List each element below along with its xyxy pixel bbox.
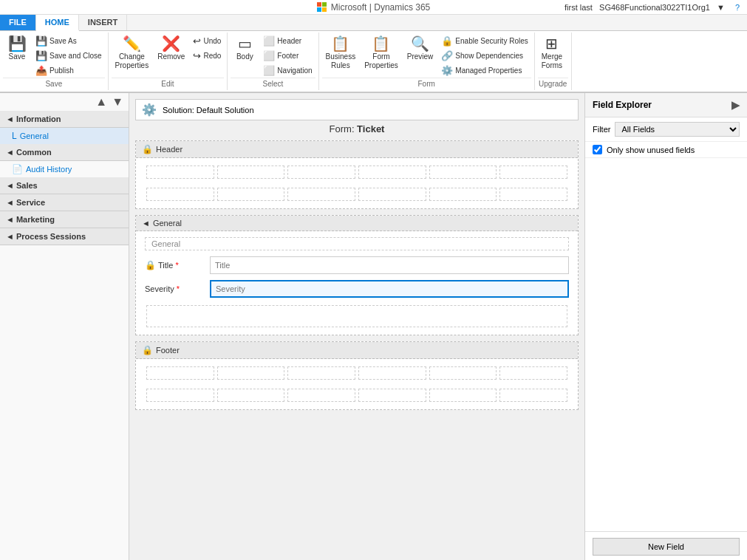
- managed-props-button[interactable]: ⚙️ Managed Properties: [438, 64, 531, 78]
- fe-filter: Filter All Fields Custom Fields System F…: [585, 117, 747, 142]
- top-bar: Microsoft | Dynamics 365 first last SG46…: [0, 0, 747, 15]
- sidebar-section-common[interactable]: ◄ Common: [0, 144, 129, 161]
- redo-icon: ↪: [193, 50, 201, 61]
- select-sub-col: ⬜ Header ⬜ Footer ⬜ Navigation: [260, 34, 315, 78]
- title-input[interactable]: [210, 256, 569, 274]
- solution-icon: ⚙️: [142, 103, 157, 117]
- preview-icon: 🔍: [411, 36, 429, 51]
- tab-file[interactable]: FILE: [0, 15, 36, 30]
- general-icon: L: [12, 131, 17, 141]
- general-empty-row-1: [139, 301, 575, 332]
- field-row-title: 🔒 Title *: [139, 253, 575, 277]
- navigation-label: Navigation: [277, 66, 312, 75]
- user-options-icon[interactable]: ▼: [717, 3, 725, 12]
- remove-button[interactable]: ❌ Remove: [154, 34, 188, 64]
- fe-only-unused-label: Only show unused fields: [607, 146, 695, 154]
- footer-cell-5: [429, 366, 497, 380]
- footer-cell-2: [217, 366, 285, 380]
- header-section-body: [136, 158, 578, 208]
- tab-home[interactable]: HOME: [36, 15, 79, 31]
- field-row-severity: Severity *: [139, 277, 575, 301]
- publish-button[interactable]: 📤 Publish: [33, 64, 105, 78]
- form-name: Ticket: [357, 123, 384, 134]
- change-properties-button[interactable]: ✏️ ChangeProperties: [112, 34, 153, 72]
- severity-input[interactable]: [210, 280, 569, 298]
- save-group-items: 💾 Save 💾 Save As 💾 Save and Close 📤 Publ…: [3, 34, 105, 78]
- form-title: Form: Ticket: [135, 123, 579, 134]
- save-close-icon: 💾: [35, 50, 47, 61]
- sidebar-collapse-btn[interactable]: ▲: [93, 95, 109, 109]
- redo-button[interactable]: ↪ Redo: [190, 49, 224, 63]
- select-group-items: ▭ Body ⬜ Header ⬜ Footer ⬜ Navigation: [231, 34, 315, 78]
- navigation-button[interactable]: ⬜ Navigation: [260, 64, 315, 78]
- sidebar-section-process-sessions[interactable]: ◄ Process Sessions: [0, 228, 129, 245]
- tab-insert[interactable]: INSERT: [79, 15, 127, 30]
- ms-squares-icon: [317, 2, 327, 12]
- header-section-header: 🔒 Header: [136, 141, 578, 158]
- sidebar-section-sales[interactable]: ◄ Sales: [0, 177, 129, 194]
- enable-security-button[interactable]: 🔒 Enable Security Roles: [438, 34, 531, 48]
- header-cell-1: [146, 165, 214, 179]
- undo-icon: ↩: [193, 35, 201, 47]
- undo-button[interactable]: ↩ Undo: [190, 34, 224, 48]
- save-as-button[interactable]: 💾 Save As: [33, 34, 105, 48]
- managed-props-label: Managed Properties: [455, 66, 522, 75]
- header-cell-8: [217, 188, 285, 201]
- managed-props-icon: ⚙️: [441, 65, 453, 76]
- general-section-arrow: ◄: [142, 219, 150, 228]
- sidebar-section-marketing[interactable]: ◄ Marketing: [0, 211, 129, 228]
- footer-cell-12: [499, 389, 567, 402]
- footer-select-button[interactable]: ⬜ Footer: [260, 49, 315, 63]
- fe-filter-label: Filter: [593, 125, 610, 134]
- sidebar-item-general[interactable]: L General: [0, 128, 129, 144]
- org-name: SG468Functional3022TI1Org1: [599, 3, 710, 12]
- save-button[interactable]: 💾 Save: [3, 34, 31, 64]
- header-select-button[interactable]: ⬜ Header: [260, 34, 315, 48]
- form-sub-col: 🔒 Enable Security Roles 🔗 Show Dependenc…: [438, 34, 531, 78]
- select-group-label: Select: [231, 78, 315, 89]
- sidebar-expand-btn[interactable]: ▼: [109, 95, 126, 109]
- fe-only-unused-checkbox[interactable]: [593, 145, 602, 154]
- business-rules-button[interactable]: 📋 BusinessRules: [322, 34, 360, 72]
- title-label-text: Title: [158, 261, 173, 270]
- show-deps-icon: 🔗: [441, 50, 453, 61]
- username: first last: [564, 3, 593, 12]
- merge-forms-button[interactable]: ⊞ MergeForms: [538, 34, 566, 72]
- title-field-label: 🔒 Title *: [145, 260, 204, 270]
- form-title-prefix: Form:: [330, 123, 358, 134]
- business-rules-label: BusinessRules: [326, 52, 356, 70]
- sidebar: ▲ ▼ ◄ Information L General ◄ Common 📄 A…: [0, 93, 129, 560]
- header-select-icon: ⬜: [263, 35, 275, 47]
- undo-label: Undo: [203, 37, 221, 45]
- show-deps-button[interactable]: 🔗 Show Dependencies: [438, 49, 531, 63]
- sidebar-section-service[interactable]: ◄ Service: [0, 194, 129, 211]
- help-icon[interactable]: ?: [735, 3, 740, 12]
- sidebar-item-audit-history[interactable]: 📄 Audit History: [0, 161, 129, 177]
- save-close-button[interactable]: 💾 Save and Close: [33, 49, 105, 63]
- audit-history-icon: 📄: [12, 164, 23, 174]
- body-button[interactable]: ▭ Body: [231, 34, 259, 64]
- new-field-button[interactable]: New Field: [593, 538, 740, 556]
- merge-forms-icon: ⊞: [545, 36, 558, 51]
- form-properties-button[interactable]: 📋 FormProperties: [361, 34, 402, 72]
- title-lock-icon: 🔒: [145, 260, 156, 270]
- header-row-2: [139, 183, 575, 205]
- footer-cell-6: [499, 366, 567, 380]
- save-sub-col: 💾 Save As 💾 Save and Close 📤 Publish: [33, 34, 105, 78]
- main-layout: ▲ ▼ ◄ Information L General ◄ Common 📄 A…: [0, 93, 747, 560]
- sidebar-section-information[interactable]: ◄ Information: [0, 111, 129, 128]
- preview-button[interactable]: 🔍 Preview: [403, 34, 437, 64]
- fe-filter-select[interactable]: All Fields Custom Fields System Fields: [615, 122, 740, 137]
- footer-row-1: [139, 362, 575, 384]
- save-icon: 💾: [8, 36, 27, 51]
- header-cell-9: [287, 188, 355, 201]
- common-label: ◄ Common: [6, 148, 52, 157]
- ribbon-group-save: 💾 Save 💾 Save As 💾 Save and Close 📤 Publ…: [0, 33, 109, 90]
- footer-cell-4: [358, 366, 426, 380]
- fe-expand-btn[interactable]: ▶: [731, 99, 740, 111]
- form-group-label: Form: [322, 78, 531, 89]
- footer-cell-3: [287, 366, 355, 380]
- remove-icon: ❌: [162, 36, 180, 51]
- form-properties-icon: 📋: [372, 36, 390, 51]
- merge-forms-label: MergeForms: [542, 52, 562, 70]
